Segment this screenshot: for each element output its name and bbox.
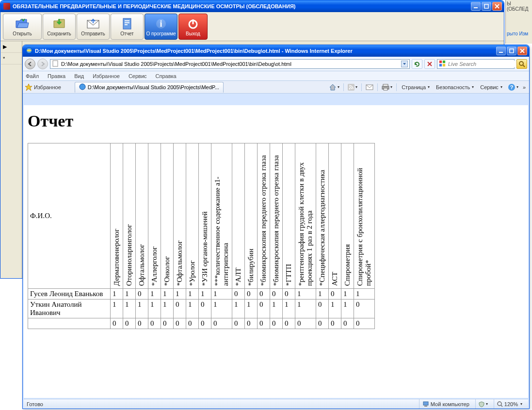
status-zone: Мой компьютер (419, 399, 472, 409)
rss-button[interactable]: ▾ (346, 82, 359, 92)
command-bar: ▾ ▾ ▾ Страница▾ Безопасность▾ Сервис▾ ?▾… (327, 82, 527, 92)
bg-text-2: рыто Изм (507, 31, 531, 36)
parent-close-button[interactable] (492, 2, 502, 11)
table-row: Гусев Леонид Еваньков1101111110000011011 (28, 289, 375, 300)
security-menu-button[interactable]: Безопасность▾ (434, 82, 476, 92)
menu-tools[interactable]: Сервис (129, 73, 147, 79)
page-menu-button[interactable]: Страница▾ (399, 82, 432, 92)
browser-viewport[interactable]: Отчет Ф.И.О. ДерматовенерологОторинолари… (24, 105, 528, 398)
svg-rect-6 (125, 20, 129, 21)
stop-button[interactable] (424, 59, 435, 69)
refresh-button[interactable] (412, 59, 422, 69)
cell-value: 1 (186, 289, 199, 300)
forward-button[interactable] (37, 59, 48, 69)
browser-tab[interactable]: D:\Мои документы\Visual Studio 2005\Proj… (75, 82, 224, 93)
ie-app-icon (26, 47, 32, 55)
send-label: Отправить (81, 31, 105, 36)
open-button[interactable]: Открыть (3, 14, 42, 40)
computer-icon (422, 401, 429, 408)
svg-text:?: ? (510, 84, 514, 90)
print-button[interactable]: ▾ (380, 82, 394, 92)
cell-value: 0 (148, 318, 161, 329)
svg-rect-7 (125, 22, 129, 23)
menu-help[interactable]: Справка (156, 73, 177, 79)
parent-minimize-button[interactable] (471, 2, 481, 11)
cell-value: 1 (161, 289, 174, 300)
zoom-icon (497, 401, 503, 407)
menu-edit[interactable]: Правка (48, 73, 65, 79)
search-bar[interactable] (437, 59, 515, 69)
cell-value: 1 (111, 289, 123, 300)
svg-text:i: i (160, 19, 162, 29)
col-header-5: *Офтальмолог (174, 143, 186, 289)
cell-value: 0 (258, 300, 270, 318)
searchibnput[interactable] (447, 61, 516, 67)
mail-button[interactable] (364, 82, 375, 92)
col-header-7: *УЗИ органов-мишеней (199, 143, 211, 289)
favorites-button[interactable]: Избранное (25, 83, 61, 91)
ie-titlebar[interactable]: D:\Мои документы\Visual Studio 2005\Proj… (23, 45, 529, 57)
svg-rect-8 (125, 24, 128, 25)
cell-value: 0 (245, 318, 258, 329)
report-icon (120, 17, 134, 30)
save-label: Сохранить (47, 31, 71, 36)
address-bar[interactable] (50, 59, 410, 69)
report-label: Отчет (120, 31, 133, 36)
address-input[interactable] (60, 61, 400, 67)
table-row: Уткин Анатолий Иванович11111010111011101… (28, 300, 375, 318)
parent-maximize-button[interactable] (482, 2, 491, 11)
cell-value: 0 (199, 300, 211, 318)
cell-value: 0 (211, 318, 232, 329)
menu-favorites[interactable]: Избранное (93, 73, 120, 79)
send-button[interactable]: Отправить (77, 14, 110, 40)
ie-browser-window: D:\Мои документы\Visual Studio 2005\Proj… (22, 45, 530, 409)
cell-value: 0 (136, 318, 148, 329)
cell-value: 0 (161, 318, 174, 329)
ie-minimize-button[interactable] (496, 47, 506, 55)
cell-value: 0 (186, 318, 199, 329)
cell-value: 0 (232, 318, 245, 329)
cell-value: 1 (123, 289, 136, 300)
col-header-11: *биомикроскопия переднего отрезка глаза (258, 143, 270, 289)
cell-value: 1 (161, 300, 174, 318)
col-header-17: Спирометрия (341, 143, 354, 289)
cell-value: 0 (199, 318, 211, 329)
parent-left-panel: ▶ * (1, 41, 22, 279)
save-button[interactable]: Сохранить (43, 14, 76, 40)
expand-button[interactable]: » (521, 82, 527, 92)
zoom-panel[interactable]: 120% ▾ (494, 399, 525, 409)
svg-rect-21 (439, 60, 442, 63)
cell-value: 1 (341, 289, 354, 300)
cell-value: 0 (270, 289, 283, 300)
parent-titlebar[interactable]: ОБЯЗАТЕЛЬНЫЕ ПРЕДВАРИТЕЛЬНЫЕ И ПЕРИОДИЧЕ… (0, 0, 504, 12)
cell-value: 1 (245, 300, 258, 318)
status-protected-mode[interactable]: ▾ (475, 399, 491, 409)
left-strip-item-1[interactable]: ▶ (1, 41, 22, 53)
menu-view[interactable]: Вид (74, 73, 84, 79)
menu-file[interactable]: Файл (26, 73, 39, 79)
ie-maximize-button[interactable] (507, 47, 516, 55)
col-header-12: *биомикроскопия переднего отрезка глаза (270, 143, 283, 289)
tools-menu-button[interactable]: Сервис▾ (478, 82, 505, 92)
help-button[interactable]: ?▾ (506, 82, 520, 92)
search-button[interactable] (516, 59, 527, 69)
cell-value: 1 (232, 300, 245, 318)
address-dropdown-icon[interactable] (401, 61, 408, 67)
col-header-10: *билирубин (245, 143, 258, 289)
about-button[interactable]: i О программе (145, 14, 177, 40)
svg-point-25 (519, 62, 523, 65)
ie-close-button[interactable] (517, 47, 527, 55)
live-search-icon (439, 60, 446, 68)
cell-name: Уткин Анатолий Иванович (28, 300, 111, 318)
col-header-18: Спирометрия с бронхолилятационной пробой… (354, 143, 375, 289)
report-button[interactable]: Отчет (111, 14, 144, 40)
exit-button[interactable]: Выход (178, 14, 208, 40)
svg-rect-37 (424, 406, 427, 407)
col-header-0: Дерматовенеролог (111, 143, 123, 289)
back-button[interactable] (25, 59, 35, 69)
svg-rect-15 (510, 49, 514, 53)
home-button[interactable]: ▾ (327, 82, 341, 92)
left-strip-item-2[interactable]: * (1, 53, 22, 64)
cell-value: 1 (295, 300, 316, 318)
parent-app-icon (3, 3, 10, 10)
